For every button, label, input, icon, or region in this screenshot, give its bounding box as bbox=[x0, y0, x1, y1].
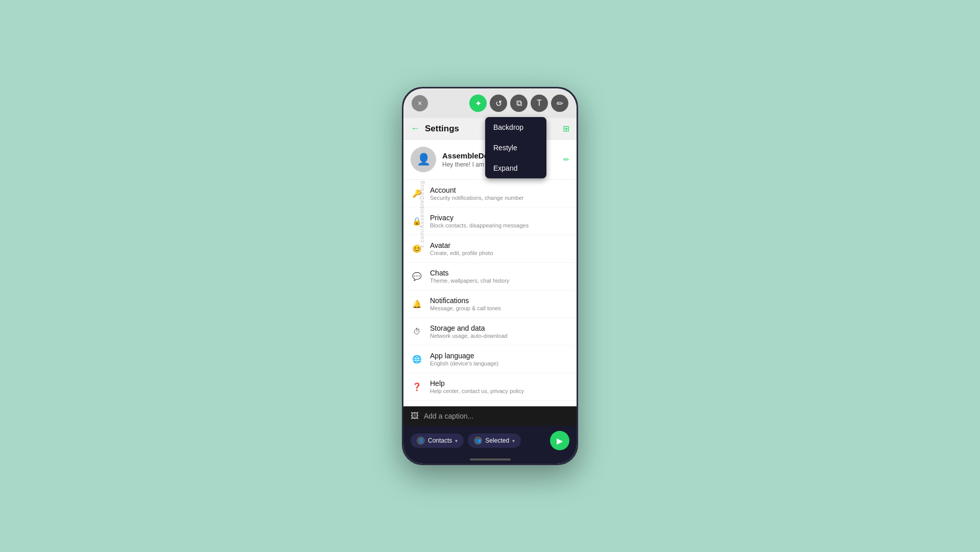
account-subtitle: Security notifications, change number bbox=[430, 195, 523, 201]
avatar-icon: 👤 bbox=[417, 153, 431, 166]
storage-icon: ⏱ bbox=[411, 326, 423, 338]
back-button[interactable]: ← bbox=[411, 123, 420, 134]
qr-icon[interactable]: ⊞ bbox=[563, 124, 569, 133]
text-tool-button[interactable]: T bbox=[531, 95, 548, 112]
edit-tool-button[interactable]: ✏ bbox=[551, 95, 568, 112]
chats-subtitle: Theme, wallpapers, chat history bbox=[430, 278, 509, 284]
settings-item-storage[interactable]: ⏱ Storage and data Network usage, auto-d… bbox=[403, 318, 577, 346]
text-icon: T bbox=[537, 99, 542, 108]
dropdown-item-backdrop[interactable]: Backdrop bbox=[485, 117, 546, 137]
avatar-subtitle: Create, edit, profile photo bbox=[430, 250, 493, 256]
home-indicator bbox=[403, 455, 577, 464]
help-title: Help bbox=[430, 379, 524, 387]
refresh-icon: ↺ bbox=[495, 99, 502, 108]
storage-title: Storage and data bbox=[430, 324, 508, 332]
home-bar bbox=[470, 458, 511, 461]
selected-chip[interactable]: 👥 Selected ▾ bbox=[468, 433, 521, 448]
chats-title: Chats bbox=[430, 269, 509, 277]
caption-bar: 🖼 Add a caption... bbox=[403, 406, 577, 426]
settings-item-language[interactable]: 🌐 App language English (device's languag… bbox=[403, 346, 577, 373]
chats-icon: 💬 bbox=[411, 270, 423, 283]
privacy-icon: 🔒 bbox=[411, 215, 423, 227]
edit-profile-icon[interactable]: ✏ bbox=[563, 155, 569, 164]
cursor-icon: ✦ bbox=[475, 99, 482, 108]
selected-chip-icon: 👥 bbox=[474, 436, 482, 445]
privacy-title: Privacy bbox=[430, 214, 529, 222]
settings-item-avatar[interactable]: 😊 Avatar Create, edit, profile photo bbox=[403, 235, 577, 263]
avatar-menu-icon: 😊 bbox=[411, 243, 423, 255]
caption-input[interactable]: Add a caption... bbox=[424, 412, 569, 420]
top-toolbar: × ✦ ↺ ⧉ T ✏ bbox=[403, 88, 577, 118]
contacts-label: Contacts bbox=[428, 437, 452, 444]
selected-chevron-icon: ▾ bbox=[512, 438, 515, 444]
cursor-tool-button[interactable]: ✦ bbox=[469, 95, 487, 112]
dropdown-item-expand[interactable]: Expand bbox=[485, 158, 546, 178]
settings-item-account[interactable]: 🔑 Account Security notifications, change… bbox=[403, 180, 577, 208]
notifications-subtitle: Message, group & call tones bbox=[430, 305, 501, 311]
language-icon: 🌐 bbox=[411, 353, 423, 365]
dropdown-item-restyle[interactable]: Restyle bbox=[485, 137, 546, 158]
contacts-chip[interactable]: 👤 Contacts ▾ bbox=[411, 433, 464, 448]
edit-icon: ✏ bbox=[557, 99, 563, 108]
storage-subtitle: Network usage, auto-download bbox=[430, 333, 508, 339]
notifications-title: Notifications bbox=[430, 296, 501, 305]
copy-icon: ⧉ bbox=[516, 99, 522, 108]
account-icon: 🔑 bbox=[411, 188, 423, 200]
settings-item-privacy[interactable]: 🔒 Privacy Block contacts, disappearing m… bbox=[403, 208, 577, 235]
contacts-chevron-icon: ▾ bbox=[455, 438, 458, 444]
language-title: App language bbox=[430, 352, 498, 360]
phone-container: × ✦ ↺ ⧉ T ✏ Backd bbox=[402, 87, 578, 465]
dropdown-menu: Backdrop Restyle Expand bbox=[485, 117, 546, 178]
avatar-title: Avatar bbox=[430, 241, 493, 249]
account-title: Account bbox=[430, 186, 523, 194]
help-subtitle: Help center, contact us, privacy policy bbox=[430, 388, 524, 394]
settings-item-chats[interactable]: 💬 Chats Theme, wallpapers, chat history bbox=[403, 263, 577, 290]
settings-item-help[interactable]: ❓ Help Help center, contact us, privacy … bbox=[403, 373, 577, 401]
settings-item-notifications[interactable]: 🔔 Notifications Message, group & call to… bbox=[403, 290, 577, 318]
privacy-subtitle: Block contacts, disappearing messages bbox=[430, 222, 529, 228]
avatar: 👤 bbox=[411, 147, 436, 172]
send-icon: ▶ bbox=[557, 436, 563, 446]
copy-tool-button[interactable]: ⧉ bbox=[510, 95, 528, 112]
caption-image-icon: 🖼 bbox=[411, 411, 419, 421]
bottom-toolbar: 👤 Contacts ▾ 👥 Selected ▾ ▶ bbox=[403, 426, 577, 455]
notifications-icon: 🔔 bbox=[411, 298, 423, 310]
help-icon: ❓ bbox=[411, 381, 423, 393]
refresh-tool-button[interactable]: ↺ bbox=[490, 95, 507, 112]
contacts-chip-icon: 👤 bbox=[417, 436, 425, 445]
language-subtitle: English (device's language) bbox=[430, 360, 498, 366]
send-button[interactable]: ▶ bbox=[550, 431, 569, 450]
close-icon: × bbox=[418, 99, 422, 107]
settings-content: 👤 AssembleDebug Hey there! I am using Wh… bbox=[403, 140, 577, 406]
selected-label: Selected bbox=[485, 437, 509, 444]
close-button[interactable]: × bbox=[412, 95, 428, 111]
